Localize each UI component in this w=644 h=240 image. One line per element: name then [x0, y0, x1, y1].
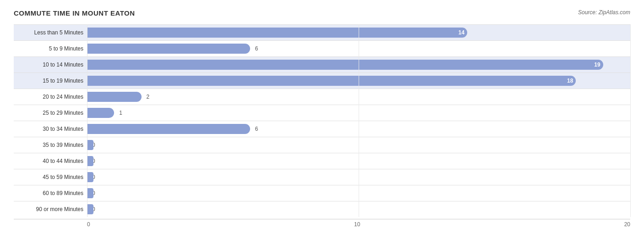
bar-row: 25 to 29 Minutes1: [14, 105, 630, 121]
bar-fill: [87, 44, 250, 54]
bar-fill: [87, 172, 93, 182]
bar-label: Less than 5 Minutes: [14, 29, 87, 36]
bar-fill: 18: [87, 76, 576, 86]
bar-value: 19: [594, 61, 600, 68]
bar-area: 19: [87, 60, 630, 70]
chart-source: Source: ZipAtlas.com: [578, 9, 630, 16]
bar-label: 45 to 59 Minutes: [14, 174, 87, 180]
bar-row: 15 to 19 Minutes18: [14, 73, 630, 89]
bar-fill: 14: [87, 28, 467, 38]
x-axis-labels: 01020: [87, 219, 630, 228]
chart-body: Less than 5 Minutes145 to 9 Minutes610 t…: [14, 24, 630, 217]
bar-row: 5 to 9 Minutes6: [14, 40, 630, 56]
bar-label: 35 to 39 Minutes: [14, 142, 87, 148]
bar-row: 30 to 34 Minutes6: [14, 121, 630, 137]
bar-label: 15 to 19 Minutes: [14, 78, 87, 84]
bar-row: 45 to 59 Minutes0: [14, 169, 630, 185]
bar-fill: 19: [87, 60, 603, 70]
bar-fill: [87, 92, 142, 102]
x-axis: 01020: [14, 219, 630, 228]
bar-row: 20 to 24 Minutes2: [14, 89, 630, 105]
bar-value: 2: [147, 94, 150, 100]
bar-row: 35 to 39 Minutes0: [14, 137, 630, 153]
grid-line: [630, 24, 631, 217]
bar-value: 6: [255, 45, 258, 52]
bar-label: 25 to 29 Minutes: [14, 110, 87, 116]
bar-area: 14: [87, 28, 630, 38]
chart-container: COMMUTE TIME IN MOUNT EATON Source: ZipA…: [0, 0, 644, 240]
bar-label: 10 to 14 Minutes: [14, 61, 87, 68]
bar-area: 0: [87, 172, 630, 182]
bar-row: 40 to 44 Minutes0: [14, 153, 630, 169]
bar-fill: [87, 188, 93, 198]
bar-value: 1: [119, 110, 122, 116]
bar-fill: [87, 124, 250, 134]
bar-label: 40 to 44 Minutes: [14, 158, 87, 164]
bar-area: 1: [87, 108, 630, 118]
chart-title: COMMUTE TIME IN MOUNT EATON: [14, 9, 135, 17]
bar-value: 6: [255, 126, 258, 132]
bar-fill: [87, 156, 93, 166]
bar-area: 0: [87, 204, 630, 214]
bar-row: 10 to 14 Minutes19: [14, 56, 630, 73]
bar-area: 6: [87, 44, 630, 54]
bar-area: 2: [87, 92, 630, 102]
bar-row: 90 or more Minutes0: [14, 201, 630, 217]
bar-fill: [87, 204, 93, 214]
bar-label: 60 to 89 Minutes: [14, 190, 87, 196]
bar-label: 20 to 24 Minutes: [14, 94, 87, 100]
bar-fill: [87, 108, 114, 118]
bar-area: 0: [87, 156, 630, 166]
bar-fill: [87, 140, 93, 150]
bar-area: 0: [87, 140, 630, 150]
bar-row: 60 to 89 Minutes0: [14, 185, 630, 201]
bar-area: 0: [87, 188, 630, 198]
bar-label: 5 to 9 Minutes: [14, 45, 87, 52]
bar-value: 18: [567, 78, 573, 84]
chart-header: COMMUTE TIME IN MOUNT EATON Source: ZipA…: [14, 9, 630, 17]
bar-value: 14: [458, 29, 464, 36]
bar-row: Less than 5 Minutes14: [14, 24, 630, 40]
bar-label: 90 or more Minutes: [14, 206, 87, 212]
x-axis-tick: 10: [354, 221, 360, 228]
bar-area: 6: [87, 124, 630, 134]
x-axis-tick: 20: [624, 221, 630, 228]
x-axis-tick: 0: [87, 221, 90, 228]
bar-area: 18: [87, 76, 630, 86]
bar-label: 30 to 34 Minutes: [14, 126, 87, 132]
